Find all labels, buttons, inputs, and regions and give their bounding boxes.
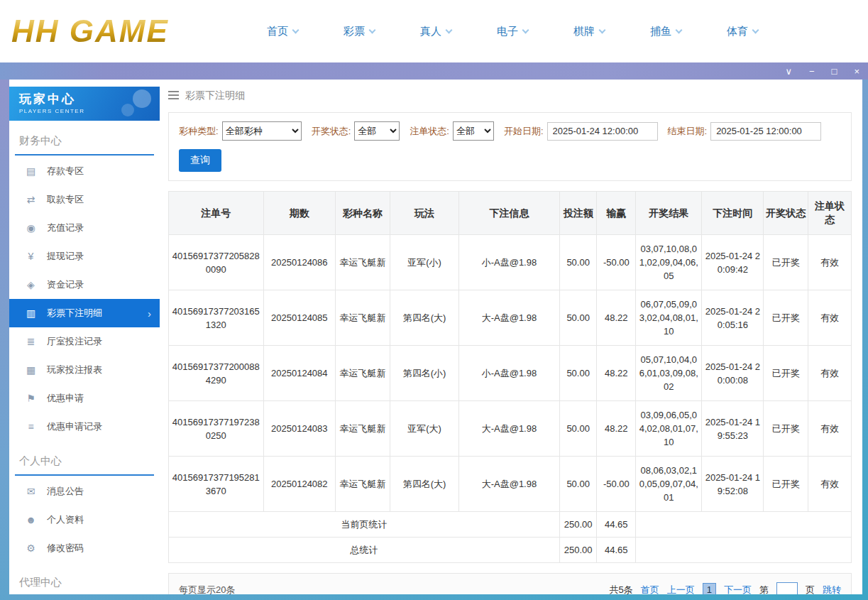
bet-detail-table: 注单号期数彩种名称玩法下注信息投注额输赢开奖结果下注时间开奖状态注单状态 401… xyxy=(168,191,852,563)
cell-win-loss: -50.00 xyxy=(597,235,636,290)
message-board-icon: ✉ xyxy=(25,486,37,497)
end-date-input[interactable] xyxy=(710,122,821,141)
nav-item-live[interactable]: 真人 xyxy=(397,25,474,38)
sidebar-item-lottery-bet-detail[interactable]: ▥彩票下注明细› xyxy=(9,299,160,327)
sidebar-item-promo-apply[interactable]: ⚑优惠申请 xyxy=(9,384,160,413)
site-logo[interactable]: HH GAME xyxy=(11,13,224,49)
sidebar-title: 玩家中心 xyxy=(19,91,160,107)
page-controls: 共5条 首页 上一页 1 下一页 第 页 跳转 xyxy=(610,582,841,594)
draw-status-label: 开奖状态: xyxy=(312,125,351,138)
sidebar-item-funds-record[interactable]: ◈资金记录 xyxy=(9,271,160,299)
player-bet-report-icon: ▦ xyxy=(25,364,37,376)
cell-play: 第四名(大) xyxy=(390,457,458,512)
col-header-order-id: 注单号 xyxy=(169,192,264,235)
sidebar-item-player-bet-report[interactable]: ▦玩家投注报表 xyxy=(9,356,160,384)
nav-item-label: 捕鱼 xyxy=(650,25,671,38)
cell-draw-status: 已开奖 xyxy=(764,401,808,457)
sidebar-item-withdraw-zone[interactable]: ⇄取款专区 xyxy=(9,185,160,214)
sidebar-item-profile[interactable]: ☻个人资料 xyxy=(9,506,160,534)
sidebar-item-label: 消息公告 xyxy=(47,485,84,498)
col-header-win-loss: 输赢 xyxy=(597,192,636,235)
cell-bet-amount: 50.00 xyxy=(559,346,597,401)
deposit-zone-icon: ▤ xyxy=(25,165,37,177)
cell-play: 亚军(大) xyxy=(390,401,458,457)
lottery-type-label: 彩种类型: xyxy=(179,125,219,138)
summary-bet-amount-current: 250.00 xyxy=(559,512,597,538)
promo-apply-icon: ⚑ xyxy=(25,393,37,404)
sidebar-item-deposit-zone[interactable]: ▤存款专区 xyxy=(9,157,160,185)
nav-item-label: 彩票 xyxy=(344,25,365,38)
nav-item-home[interactable]: 首页 xyxy=(244,25,321,38)
sidebar-nav: 财务中心▤存款专区⇄取款专区◉充值记录¥提现记录◈资金记录▥彩票下注明细›≣厅室… xyxy=(9,126,160,594)
cell-bet-info: 小-A盘@1.98 xyxy=(459,346,560,401)
sidebar-item-hall-bet-record[interactable]: ≣厅室投注记录 xyxy=(9,327,160,356)
summary-empty-current xyxy=(636,512,852,538)
cell-bet-amount: 50.00 xyxy=(559,290,597,346)
maximize-window-icon[interactable]: □ xyxy=(832,67,837,76)
summary-win-loss-total: 44.65 xyxy=(597,538,636,563)
nav-menu: 首页彩票真人电子棋牌捕鱼体育 xyxy=(244,25,781,38)
order-status-select[interactable]: 全部 xyxy=(453,121,494,141)
cell-win-loss: 48.22 xyxy=(597,401,636,457)
cell-bet-time: 2025-01-24 20:05:16 xyxy=(702,290,764,346)
sidebar-item-promo-apply-record[interactable]: ≡优惠申请记录 xyxy=(9,413,160,441)
start-date-input[interactable] xyxy=(547,122,658,141)
sidebar-item-label: 个人资料 xyxy=(47,513,84,526)
sidebar-subtitle: PLAYERS CENTER xyxy=(19,108,160,114)
lottery-type-select[interactable]: 全部彩种 xyxy=(222,121,302,141)
cell-lottery-name: 幸运飞艇新 xyxy=(335,401,390,457)
prev-page-link[interactable]: 上一页 xyxy=(667,584,695,595)
cell-draw-result: 06,07,05,09,03,02,04,08,01,10 xyxy=(636,290,702,346)
nav-item-label: 首页 xyxy=(267,25,288,38)
cell-bet-time: 2025-01-24 19:55:23 xyxy=(702,401,764,457)
sidebar-item-label: 修改密码 xyxy=(47,542,84,555)
sidebar-item-change-password[interactable]: ⚙修改密码 xyxy=(9,534,160,562)
col-header-period: 期数 xyxy=(263,192,335,235)
cell-play: 亚军(小) xyxy=(390,235,458,290)
jump-suffix-label: 页 xyxy=(806,584,815,595)
cell-bet-amount: 50.00 xyxy=(559,401,597,457)
first-page-link[interactable]: 首页 xyxy=(641,584,659,595)
nav-item-lottery[interactable]: 彩票 xyxy=(321,25,397,38)
sidebar-item-withdrawal-record[interactable]: ¥提现记录 xyxy=(9,242,160,271)
nav-item-label: 棋牌 xyxy=(573,25,595,38)
sidebar-item-recharge-record[interactable]: ◉充值记录 xyxy=(9,214,160,242)
chevron-down-icon xyxy=(676,26,683,33)
jump-prefix-label: 第 xyxy=(759,584,769,595)
cell-draw-result: 08,06,03,02,10,05,09,07,04,01 xyxy=(636,457,702,512)
col-header-order-status: 注单状态 xyxy=(808,192,852,235)
breadcrumb: 彩票下注明细 xyxy=(168,89,852,102)
close-window-icon[interactable]: × xyxy=(854,67,859,76)
cell-order-status: 有效 xyxy=(808,290,852,346)
summary-empty-total xyxy=(636,538,852,563)
nav-item-sports[interactable]: 体育 xyxy=(704,25,781,38)
col-header-lottery-name: 彩种名称 xyxy=(335,192,390,235)
cell-order-id: 401569173771952813670 xyxy=(169,457,264,512)
cell-bet-info: 大-A盘@1.98 xyxy=(459,290,560,346)
sidebar-item-label: 存款专区 xyxy=(47,165,84,178)
start-date-label: 开始日期: xyxy=(504,125,544,138)
table-row: 40156917377205828009020250124086幸运飞艇新亚军(… xyxy=(169,235,852,290)
chevron-down-icon xyxy=(369,26,376,33)
cell-period: 20250124084 xyxy=(263,346,335,401)
cell-lottery-name: 幸运飞艇新 xyxy=(335,346,390,401)
summary-row-total: 总统计 250.00 44.65 xyxy=(169,538,852,563)
search-button[interactable]: 查询 xyxy=(179,149,221,172)
sidebar-item-label: 提现记录 xyxy=(47,250,84,263)
page-jump-input[interactable] xyxy=(776,582,798,594)
nav-item-board-games[interactable]: 棋牌 xyxy=(551,25,627,38)
table-body: 40156917377205828009020250124086幸运飞艇新亚军(… xyxy=(169,235,852,512)
jump-button[interactable]: 跳转 xyxy=(823,584,841,595)
cell-order-status: 有效 xyxy=(808,457,852,512)
collapse-window-icon[interactable]: ∨ xyxy=(785,67,792,76)
sidebar-item-label: 优惠申请 xyxy=(47,392,84,405)
nav-item-fishing[interactable]: 捕鱼 xyxy=(627,25,704,38)
draw-status-select[interactable]: 全部 xyxy=(354,121,400,141)
total-count-text: 共5条 xyxy=(610,584,633,595)
minimize-window-icon[interactable]: − xyxy=(809,67,815,76)
nav-item-slots[interactable]: 电子 xyxy=(474,25,551,38)
cell-bet-info: 大-A盘@1.98 xyxy=(459,401,560,457)
sidebar-item-message-board[interactable]: ✉消息公告 xyxy=(9,477,160,506)
table-summary: 当前页统计 250.00 44.65 总统计 250.00 44.65 xyxy=(169,512,852,563)
next-page-link[interactable]: 下一页 xyxy=(724,584,752,595)
